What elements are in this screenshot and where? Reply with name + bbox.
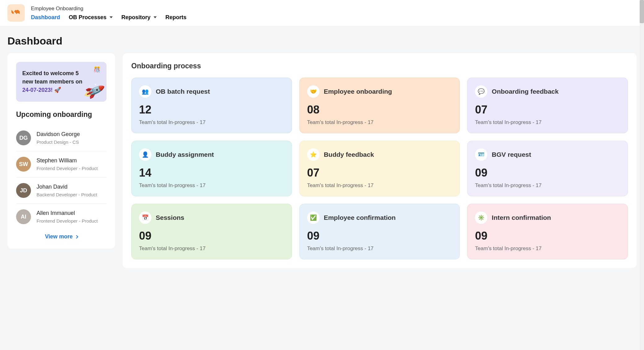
card-title: Intern confirmation <box>492 214 551 221</box>
confirm-icon: ✅ <box>307 211 320 224</box>
user-role: Product Design - CS <box>37 139 80 145</box>
buddy-icon: 👤 <box>139 148 151 161</box>
card-count: 12 <box>139 103 284 116</box>
page-title: Dashboard <box>0 26 644 53</box>
card-subtext: Team's total In-progress - 17 <box>139 119 284 126</box>
nav-item-repository[interactable]: Repository <box>121 14 157 21</box>
upcoming-title: Upcoming onboarding <box>16 110 107 119</box>
card-title: Buddy assignment <box>156 151 214 158</box>
main: 🎊 Excited to welcome 5 new team members … <box>0 53 644 275</box>
bgv-icon: 🪪 <box>475 148 487 161</box>
welcome-line1: Excited to welcome 5 <box>22 70 79 76</box>
sidebar: 🎊 Excited to welcome 5 new team members … <box>7 53 115 249</box>
welcome-date: 24-07-2023! <box>22 87 53 93</box>
welcome-card: 🎊 Excited to welcome 5 new team members … <box>16 62 107 102</box>
card-head: 👤Buddy assignment <box>139 148 284 161</box>
app-title: Employee Onboarding <box>31 6 186 12</box>
nav-item-label: Reports <box>165 14 186 21</box>
card-title: Employee confirmation <box>324 214 396 221</box>
content: Onboarding process 👥OB batch request12Te… <box>123 53 637 268</box>
user-name: Johan David <box>37 184 97 190</box>
view-more-label: View more <box>45 233 73 240</box>
process-card-onboarding-feedback[interactable]: 💬Onboarding feedback07Team's total In-pr… <box>467 78 628 133</box>
card-head: ⭐Buddy feedback <box>307 148 452 161</box>
card-count: 09 <box>475 166 620 179</box>
card-count: 07 <box>307 166 452 179</box>
feedback-icon: 💬 <box>475 85 487 98</box>
card-head: 🤝Employee onboarding <box>307 85 452 98</box>
card-head: 👥OB batch request <box>139 85 284 98</box>
process-card-intern-confirmation[interactable]: ✳️Intern confirmation09Team's total In-p… <box>467 204 628 259</box>
batch-icon: 👥 <box>139 85 151 98</box>
card-subtext: Team's total In-progress - 17 <box>139 182 284 189</box>
avatar: AI <box>16 209 31 224</box>
app-logo <box>7 4 25 22</box>
nav-item-ob-processes[interactable]: OB Processes <box>69 14 113 21</box>
decor-confetti: 🎊 <box>94 66 100 73</box>
nav-item-label: Dashboard <box>31 14 60 21</box>
process-card-sessions[interactable]: 📅Sessions09Team's total In-progress - 17 <box>131 204 292 259</box>
card-head: 💬Onboarding feedback <box>475 85 620 98</box>
nav-item-label: Repository <box>121 14 150 21</box>
card-head: 🪪BGV request <box>475 148 620 161</box>
card-subtext: Team's total In-progress - 17 <box>475 245 620 252</box>
card-head: 📅Sessions <box>139 211 284 224</box>
header-content: Employee Onboarding DashboardOB Processe… <box>31 6 186 21</box>
card-count: 07 <box>475 103 620 116</box>
handshake-icon <box>10 7 22 19</box>
avatar: SW <box>16 157 31 172</box>
card-count: 09 <box>307 229 452 242</box>
card-title: Employee onboarding <box>324 88 392 95</box>
chevron-down-icon <box>110 16 113 18</box>
card-count: 14 <box>139 166 284 179</box>
process-card-buddy-assignment[interactable]: 👤Buddy assignment14Team's total In-progr… <box>131 141 292 196</box>
user-role: Frontend Developer - Product <box>37 166 98 171</box>
nav-item-reports[interactable]: Reports <box>165 14 186 21</box>
card-head: ✅Employee confirmation <box>307 211 452 224</box>
process-card-employee-confirmation[interactable]: ✅Employee confirmation09Team's total In-… <box>299 204 460 259</box>
card-count: 08 <box>307 103 452 116</box>
chevron-down-icon <box>154 16 157 18</box>
cards-grid: 👥OB batch request12Team's total In-progr… <box>131 78 628 259</box>
process-card-buddy-feedback[interactable]: ⭐Buddy feedback07Team's total In-progres… <box>299 141 460 196</box>
user-name: Stephen William <box>37 157 98 164</box>
star-icon: ⭐ <box>307 148 320 161</box>
card-subtext: Team's total In-progress - 17 <box>475 119 620 126</box>
card-subtext: Team's total In-progress - 17 <box>307 182 452 189</box>
welcome-line2: new team members on <box>22 79 82 85</box>
nav-item-dashboard[interactable]: Dashboard <box>31 14 60 21</box>
card-subtext: Team's total In-progress - 17 <box>475 182 620 189</box>
user-info: Johan DavidBackend Developer - Product <box>37 184 97 197</box>
scrollbar-thumb[interactable] <box>640 0 644 23</box>
card-subtext: Team's total In-progress - 17 <box>139 245 284 252</box>
user-name: Allen Immanuel <box>37 210 98 216</box>
process-title: Onboarding process <box>131 62 628 70</box>
card-subtext: Team's total In-progress - 17 <box>307 245 452 252</box>
card-title: Onboarding feedback <box>492 88 559 95</box>
view-more-wrap: View more <box>16 230 107 240</box>
user-list: DGDavidson GeorgeProduct Design - CSSWSt… <box>16 125 107 230</box>
nav-item-label: OB Processes <box>69 14 107 21</box>
view-more-button[interactable]: View more <box>45 233 78 240</box>
calendar-icon: 📅 <box>139 211 151 224</box>
user-item[interactable]: JDJohan DavidBackend Developer - Product <box>16 177 107 204</box>
chevron-right-icon <box>75 235 78 238</box>
user-item[interactable]: SWStephen WilliamFrontend Developer - Pr… <box>16 151 107 177</box>
process-card-bgv-request[interactable]: 🪪BGV request09Team's total In-progress -… <box>467 141 628 196</box>
user-info: Stephen WilliamFrontend Developer - Prod… <box>37 157 98 171</box>
rocket-emoji-inline: 🚀 <box>54 87 61 93</box>
handshake-icon: 🤝 <box>307 85 320 98</box>
header: Employee Onboarding DashboardOB Processe… <box>0 0 644 26</box>
process-card-ob-batch-request[interactable]: 👥OB batch request12Team's total In-progr… <box>131 78 292 133</box>
card-title: BGV request <box>492 151 531 158</box>
user-name: Davidson George <box>37 131 80 138</box>
process-card-employee-onboarding[interactable]: 🤝Employee onboarding08Team's total In-pr… <box>299 78 460 133</box>
card-title: Sessions <box>156 214 184 221</box>
user-item[interactable]: DGDavidson GeorgeProduct Design - CS <box>16 125 107 151</box>
user-info: Davidson GeorgeProduct Design - CS <box>37 131 80 145</box>
card-count: 09 <box>139 229 284 242</box>
user-item[interactable]: AIAllen ImmanuelFrontend Developer - Pro… <box>16 204 107 230</box>
scrollbar[interactable] <box>640 0 644 275</box>
user-role: Backend Developer - Product <box>37 192 97 197</box>
card-title: OB batch request <box>156 88 210 95</box>
